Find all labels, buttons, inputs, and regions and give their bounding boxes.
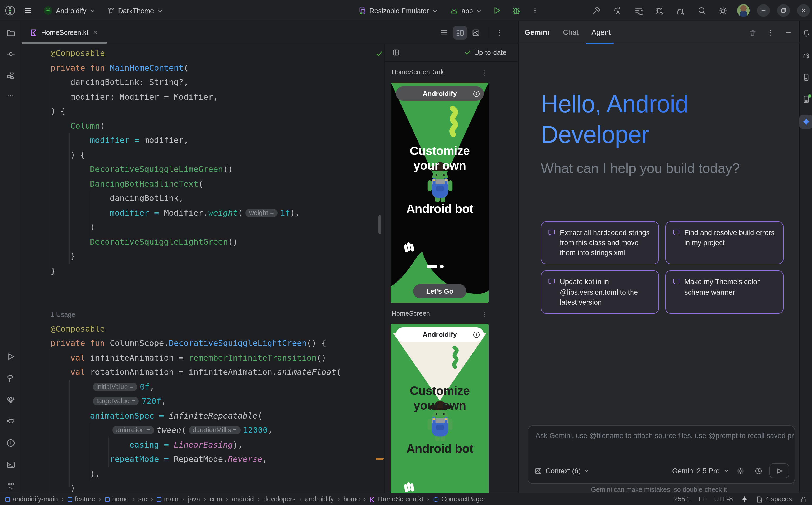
code-view-button[interactable] [437, 26, 451, 39]
code-line[interactable]: initialValue =0f, [51, 380, 154, 394]
preview-card-menu-button[interactable] [479, 309, 489, 319]
running-devices-button[interactable] [799, 93, 812, 107]
code-line[interactable]: repeatMode = RepeatMode.Reverse, [51, 452, 267, 467]
code-line[interactable]: @Composable [51, 46, 105, 61]
suggestion-card[interactable]: Extract all hardcoded strings from this … [541, 221, 659, 265]
breadcrumb-item[interactable]: home [343, 496, 360, 503]
more-run-actions-button[interactable] [529, 4, 542, 17]
problems-tool-button[interactable] [4, 436, 17, 450]
preview-layout-button[interactable] [389, 46, 403, 59]
code-line[interactable]: modifier: Modifier = Modifier, [51, 90, 218, 105]
file-encoding[interactable]: UTF-8 [714, 496, 733, 503]
design-view-button[interactable] [469, 26, 483, 39]
code-line[interactable]: ) { [51, 105, 66, 119]
breadcrumb-item[interactable]: HomeScreen.kt [369, 496, 423, 503]
code-line[interactable]: } [51, 264, 56, 278]
hide-panel-button[interactable] [781, 26, 795, 39]
breadcrumb-item[interactable]: androidify [305, 496, 334, 503]
main-menu-button[interactable] [21, 4, 35, 17]
code-line[interactable]: DancingBotHeadlineText( [51, 177, 203, 191]
suggestion-card[interactable]: Make my Theme's color scheme warmer [665, 271, 784, 314]
code-line[interactable]: animation =tween(durationMillis =12000, [51, 423, 272, 438]
history-button[interactable] [751, 464, 765, 478]
suggestion-card[interactable]: Find and resolve build errors in my proj… [665, 221, 784, 265]
breadcrumb-item[interactable]: java [188, 496, 200, 503]
terminal-tool-button[interactable] [4, 458, 17, 471]
build-button[interactable] [589, 4, 603, 17]
suggestion-card[interactable]: Update kotlin in @libs.version.toml to t… [541, 271, 659, 314]
tab-agent[interactable]: Agent [591, 28, 611, 36]
code-line[interactable]: ) [51, 481, 75, 493]
build-tool-button[interactable] [4, 371, 17, 385]
attach-debugger-button[interactable] [653, 4, 666, 17]
lets-go-button[interactable]: Let's Go [413, 284, 466, 298]
branch-selector[interactable]: DarkTheme [104, 5, 166, 16]
editor-scrollbar[interactable] [378, 215, 381, 234]
editor-options-button[interactable] [493, 26, 506, 39]
code-line[interactable]: val rotationAnimation = infiniteAnimatio… [51, 365, 341, 380]
run-tool-button[interactable] [4, 349, 17, 363]
project-selector[interactable]: Androidify [40, 4, 99, 17]
prompt-input[interactable]: Ask Gemini, use @filename to attach sour… [536, 432, 794, 440]
preview-card-label[interactable]: HomeScreenDark [391, 68, 444, 76]
code-line[interactable]: 1 Usage [51, 307, 75, 322]
more-tool-windows-button[interactable] [4, 89, 17, 103]
breadcrumb-item[interactable]: home [105, 496, 129, 503]
lock-open-icon[interactable] [800, 496, 807, 503]
code-line[interactable]: } [51, 249, 75, 264]
code-line[interactable]: DecorativeSquiggleLimeGreen() [51, 162, 233, 177]
user-avatar[interactable] [737, 4, 750, 17]
split-view-button[interactable] [453, 26, 467, 39]
breadcrumb-item[interactable]: developers [263, 496, 296, 503]
breadcrumb-item[interactable]: android [232, 496, 253, 503]
ai-spark-icon[interactable] [741, 496, 748, 503]
code-line[interactable]: @Composable [51, 322, 105, 336]
debug-button[interactable] [509, 4, 523, 17]
search-everywhere-button[interactable] [695, 4, 709, 17]
code-line[interactable]: animationSpec = infiniteRepeatable( [51, 409, 262, 423]
context-dropdown[interactable]: Context (6) [535, 467, 589, 475]
commit-tool-button[interactable] [4, 47, 17, 61]
code-line[interactable]: ) { [51, 148, 85, 162]
code-line[interactable]: ), [51, 467, 100, 481]
close-button[interactable] [797, 4, 810, 17]
gemini-options-button[interactable] [764, 26, 777, 39]
preview-homescreendark[interactable]: Androidify Customize your own Android bo… [391, 83, 489, 303]
gemini-input-box[interactable]: Ask Gemini, use @filename to attach sour… [528, 426, 795, 484]
device-manager-button[interactable] [799, 70, 812, 85]
device-selector[interactable]: Resizable Emulator [355, 5, 441, 16]
model-selector[interactable]: Gemini 2.5 Pro [672, 467, 720, 475]
code-line[interactable]: ) [51, 220, 95, 235]
send-button[interactable] [769, 463, 789, 478]
code-line[interactable]: val infiniteAnimation = rememberInfinite… [51, 351, 326, 365]
version-control-tool-button[interactable] [4, 479, 17, 493]
logcat-tool-button[interactable] [4, 414, 17, 428]
breadcrumb-item[interactable]: CompactPager [433, 496, 485, 503]
profiler-button[interactable] [631, 4, 645, 17]
code-line[interactable]: modifier = modifier, [51, 133, 189, 148]
preview-card-label[interactable]: HomeScreen [391, 310, 430, 317]
preview-sync-status[interactable]: Up-to-date [464, 48, 506, 56]
breadcrumb-item[interactable]: src [138, 496, 147, 503]
inspection-ok-indicator[interactable] [376, 50, 383, 59]
code-line[interactable]: Column( [51, 119, 105, 133]
notifications-button[interactable] [799, 26, 812, 40]
clear-chat-button[interactable] [745, 26, 759, 39]
apply-changes-button[interactable] [610, 4, 624, 17]
caret-position[interactable]: 255:1 [674, 496, 691, 503]
code-line[interactable]: dancingBotLink, [51, 191, 184, 206]
line-separator[interactable]: LF [699, 496, 706, 503]
tab-chat[interactable]: Chat [563, 28, 579, 36]
indent-setting[interactable]: 4 spaces [756, 496, 792, 503]
restore-button[interactable] [777, 4, 790, 17]
code-line[interactable]: DecorativeSquiggleLightGreen() [51, 235, 238, 249]
breadcrumb-item[interactable]: feature [67, 496, 95, 503]
settings-button[interactable] [716, 4, 730, 17]
gemini-tool-button[interactable] [799, 115, 812, 129]
tab-homescreen-kt[interactable]: HomeScreen.kt [22, 21, 104, 44]
code-line[interactable]: targetValue =720f, [51, 394, 166, 409]
close-tab-icon[interactable] [92, 29, 98, 35]
breadcrumb-item[interactable]: main [157, 496, 178, 503]
project-tool-button[interactable] [4, 26, 17, 39]
code-line[interactable]: private fun ColumnScope.DecorativeSquigg… [51, 336, 326, 351]
